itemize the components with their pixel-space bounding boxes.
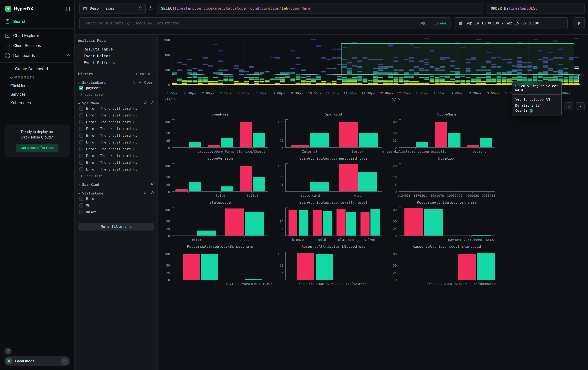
source-select[interactable]: Demo Traces (79, 3, 146, 14)
checkbox[interactable] (79, 210, 84, 214)
pagination-next-button[interactable]: › (576, 102, 585, 110)
checkbox[interactable] (79, 127, 84, 131)
chart-y-tick: 100 (154, 252, 170, 256)
local-mode-button[interactable]: U Local mode › (4, 356, 70, 366)
filter-option[interactable]: Error (78, 195, 154, 202)
chart-x-tickmark (334, 280, 334, 281)
checkbox[interactable] (79, 160, 84, 165)
filter-option[interactable]: Error: The credit card (… (78, 132, 154, 139)
chart-bar (291, 145, 309, 147)
mini-chart-spanname: SpanName10050250grpc.oteldemo.PaymentSer… (153, 112, 275, 157)
chart-plot (285, 208, 382, 236)
filter-option[interactable]: Error: The credit card (… (78, 152, 154, 159)
lang-sql-toggle[interactable]: SQL (420, 21, 426, 25)
chart-plot (399, 208, 495, 236)
filter-option[interactable]: payment (78, 85, 154, 91)
chart-title: StatusCode (172, 200, 268, 204)
sidebar-item-dashboards[interactable]: Dashboards (0, 50, 74, 60)
help-button[interactable]: ? (4, 348, 11, 355)
hyperdx-logo-icon (5, 6, 11, 12)
more-filters-button[interactable]: More filters (78, 223, 154, 230)
heatmap-x-tick: 1:30am (434, 91, 445, 95)
checkbox[interactable] (79, 113, 84, 117)
filter-group-header-spankind[interactable]: SpanKind (78, 182, 154, 187)
sidebar-item-search[interactable]: Search (0, 16, 74, 26)
clear-all-button[interactable]: Clear all (136, 72, 154, 76)
filter-option[interactable]: Error: The credit card (… (78, 119, 154, 125)
filter-group-header-servicename[interactable]: ServiceNameClear (78, 80, 154, 85)
get-started-button[interactable]: Get Started for Free (16, 144, 59, 152)
app-title: HyperDX (14, 6, 65, 11)
date-range-picker[interactable]: Sep 14 18:00:00 - Sep 15 05:30:00 (455, 17, 568, 29)
clear-filter-button[interactable]: Clear (144, 80, 154, 84)
gear-icon[interactable] (148, 6, 153, 11)
chart-y-tick: 50 (381, 220, 397, 223)
filter-option[interactable]: Error: The credit card (… (78, 166, 154, 173)
drag-handle[interactable] (575, 68, 579, 69)
filter-option[interactable]: Error: The credit card (… (78, 146, 154, 152)
filter-group-header-spanname[interactable]: SpanName (78, 101, 154, 105)
filter-option[interactable]: Error: The credit card (… (78, 112, 154, 119)
lightning-bolt-icon (6, 7, 10, 11)
filter-option[interactable]: Unset (78, 209, 154, 216)
chart-y-tick: 25 (154, 271, 170, 275)
filter-option[interactable]: Error: The credit card (… (78, 159, 154, 166)
checkbox[interactable] (79, 167, 84, 171)
chart-y-tick: 25 (267, 271, 283, 275)
presets-toggle[interactable]: PRESETS (0, 73, 74, 81)
filter-option[interactable]: Error: The credit card (… (78, 139, 154, 146)
heatmap-date-label: 9/15 (392, 97, 400, 101)
filter-option[interactable]: Error: The credit card (… (78, 105, 154, 112)
query-token: Timestamp (509, 6, 529, 10)
sidebar-item-clickhouse[interactable]: ClickHouse (0, 81, 74, 90)
load-more-button[interactable]: Load more (78, 91, 154, 97)
checkbox[interactable] (79, 154, 84, 158)
checkbox-checked[interactable] (79, 86, 84, 90)
show-more-button[interactable]: Show more (78, 173, 154, 178)
sidebar-item-chart-explorer[interactable]: Chart Explorer (0, 30, 74, 40)
sidebar-item-kubernetes[interactable]: Kubernetes (0, 99, 74, 107)
checkbox[interactable] (79, 120, 84, 124)
chart-plot (399, 163, 495, 192)
mini-chart-statuscode: StatusCode10050250ErrorUnset (153, 200, 275, 245)
mini-chart-scopename: ScopeName10050250@hyperdx/instrumentatio… (379, 112, 502, 157)
checkbox[interactable] (79, 140, 84, 144)
order-by-input[interactable]: ORDER BY Timestamp DESC (487, 3, 585, 14)
chart-x-tickmark (188, 192, 189, 193)
checkbox[interactable] (79, 133, 84, 138)
mini-chart-spanattributes-app-loyalty-level: SpanAttributes.app.loyalty.level281470br… (266, 200, 388, 245)
tab-event-patterns[interactable]: Event Patterns (79, 59, 154, 66)
sidebar-collapse-icon[interactable] (65, 7, 70, 11)
chart-tooltip: Click & Drag to Select Data Sep 15 5:10:… (512, 81, 562, 116)
checkbox[interactable] (79, 107, 84, 111)
chart-x-tickmark (472, 192, 472, 193)
sidebar-item-client-sessions[interactable]: Client Sessions (0, 40, 74, 50)
checkbox[interactable] (79, 147, 84, 151)
pagination-page-button[interactable]: 5 (564, 102, 573, 110)
chevron-down-icon (129, 225, 132, 228)
checkbox[interactable] (79, 203, 84, 208)
sidebar-item-services[interactable]: Services (0, 90, 74, 99)
tab-event-deltas[interactable]: Event Deltas (79, 53, 154, 59)
chart-x-label: Server (352, 150, 364, 153)
tooltip-timestamp: Sep 15 5:10:00 AM (515, 98, 558, 101)
lang-lucene-toggle[interactable]: Lucene (434, 21, 446, 25)
run-query-button[interactable] (574, 17, 585, 29)
filter-group-header-statuscode[interactable]: StatusCode (78, 191, 154, 195)
search-doc-icon (5, 19, 10, 24)
checkbox[interactable] (79, 197, 84, 201)
chart-x-tickmark (415, 148, 416, 149)
tab-results-table[interactable]: Results Table (79, 46, 154, 53)
filter-option[interactable]: Error: The credit card (… (78, 125, 154, 132)
selection-region[interactable] (341, 43, 574, 75)
sidebar-item-label: Client Sessions (13, 43, 41, 48)
create-dashboard-button[interactable]: + Create Dashboard (0, 65, 74, 73)
tooltip-hint: Click & Drag to Select Data (512, 81, 561, 95)
chart-x-tickmark (245, 280, 245, 281)
sql-select-input[interactable]: SELECT Timestamp, ServiceName, StatusCod… (157, 3, 483, 14)
search-input[interactable]: Search your events w/ Lucene ex. column:… (79, 17, 451, 29)
filter-option[interactable]: Ok (78, 202, 154, 209)
chart-y-tick: 25 (154, 183, 170, 187)
chart-x-tickmark (252, 192, 253, 193)
filter-groups: ServiceNameClearpaymentLoad moreSpanName… (78, 80, 154, 216)
